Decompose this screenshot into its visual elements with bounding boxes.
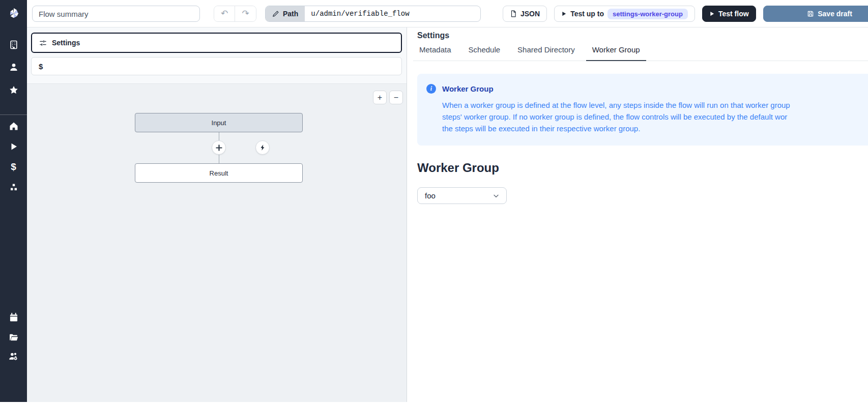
chevron-down-icon	[492, 192, 500, 200]
zoom-in-button[interactable]: +	[373, 91, 387, 104]
home-icon[interactable]	[0, 118, 27, 134]
json-button[interactable]: JSON	[503, 6, 547, 22]
workers-users-cog-icon[interactable]	[0, 348, 27, 364]
sliders-icon	[39, 39, 47, 47]
favorites-star-icon[interactable]	[0, 82, 27, 98]
test-up-to-step-badge: settings-worker-group	[607, 9, 688, 19]
trigger-zap-button[interactable]	[255, 140, 270, 155]
play-icon	[709, 11, 715, 17]
json-button-label: JSON	[520, 10, 540, 18]
info-icon: i	[426, 84, 436, 94]
flow-settings-label: Settings	[52, 39, 80, 47]
windmill-logo-icon[interactable]	[0, 0, 27, 27]
resources-boxes-icon[interactable]	[0, 179, 27, 195]
user-icon[interactable]	[0, 59, 27, 75]
settings-panel-title: Settings	[417, 31, 449, 40]
test-flow-label: Test flow	[718, 10, 749, 18]
topbar-actions: JSON Test up to settings-worker-group Te…	[503, 6, 868, 22]
folders-open-icon[interactable]	[0, 329, 27, 345]
worker-group-select-value: foo	[425, 191, 492, 200]
schedules-calendar-icon[interactable]	[0, 309, 27, 326]
save-draft-label: Save draft	[818, 10, 852, 18]
test-up-to-label: Test up to	[570, 10, 604, 18]
variables-dollar-icon[interactable]: $	[0, 159, 27, 175]
info-line: When a worker group is defined at the fl…	[442, 99, 868, 111]
test-up-to-button[interactable]: Test up to settings-worker-group	[554, 6, 695, 22]
play-icon	[561, 11, 567, 17]
zoom-out-button[interactable]: −	[389, 91, 403, 104]
flow-editor-panel: Settings $ + − Input Result	[27, 27, 407, 402]
worker-group-info-box: i Worker Group When a worker group is de…	[417, 74, 868, 146]
sidebar-divider	[0, 114, 27, 115]
info-box-body: When a worker group is defined at the fl…	[442, 99, 868, 134]
result-node[interactable]: Result	[135, 163, 303, 183]
tab-worker-group[interactable]: Worker Group	[586, 45, 646, 61]
worker-group-select[interactable]: foo	[417, 187, 507, 204]
topbar: ↶ ↷ Path u/admin/verifiable_flow JSON	[27, 0, 868, 27]
pencil-icon	[272, 10, 279, 17]
info-box-header: i Worker Group	[426, 84, 868, 94]
tab-shared-directory[interactable]: Shared Directory	[511, 45, 581, 61]
file-json-icon	[510, 10, 517, 17]
tab-metadata[interactable]: Metadata	[413, 45, 457, 61]
test-flow-button[interactable]: Test flow	[702, 6, 756, 22]
info-line: steps' worker group. If no worker group …	[442, 111, 868, 123]
settings-tabs: Metadata Schedule Shared Directory Worke…	[413, 45, 868, 61]
path-control: Path u/admin/verifiable_flow	[265, 6, 481, 22]
workspace-building-icon[interactable]	[0, 37, 27, 53]
plus-icon	[216, 145, 222, 151]
sidebar: $	[0, 0, 27, 402]
dollar-icon: $	[39, 62, 43, 71]
save-floppy-icon	[807, 10, 814, 17]
redo-button[interactable]: ↷	[235, 6, 256, 21]
undo-redo-group: ↶ ↷	[214, 6, 256, 22]
info-line: the steps will be executed in their resp…	[442, 123, 868, 134]
tab-schedule[interactable]: Schedule	[462, 45, 507, 61]
undo-button[interactable]: ↶	[214, 6, 235, 21]
worker-group-section-title: Worker Group	[417, 161, 499, 175]
flow-graph-canvas[interactable]: + − Input Result	[27, 83, 407, 402]
flow-summary-input[interactable]	[32, 6, 200, 22]
input-node[interactable]: Input	[135, 113, 303, 132]
path-value[interactable]: u/admin/verifiable_flow	[305, 6, 480, 21]
path-label: Path	[283, 10, 298, 18]
zap-icon	[259, 144, 266, 151]
add-step-button[interactable]	[212, 140, 226, 155]
all-static-inputs-item[interactable]: $	[31, 57, 402, 75]
info-box-title: Worker Group	[442, 84, 494, 93]
edit-path-button[interactable]: Path	[266, 6, 305, 21]
flow-settings-item[interactable]: Settings	[31, 33, 402, 53]
windmill-flow-editor: $	[0, 0, 868, 404]
settings-panel: Settings Metadata Schedule Shared Direct…	[407, 27, 868, 402]
runs-play-icon[interactable]	[0, 138, 27, 155]
save-draft-button[interactable]: Save draft	[763, 6, 868, 22]
